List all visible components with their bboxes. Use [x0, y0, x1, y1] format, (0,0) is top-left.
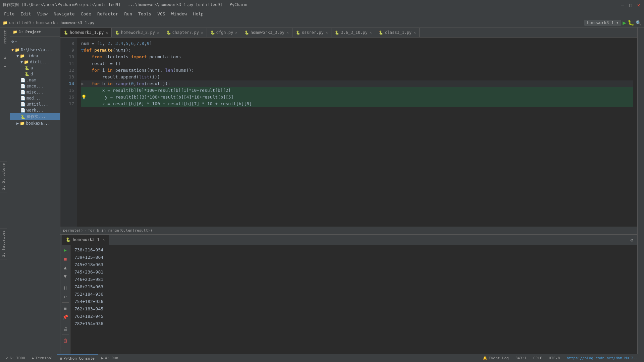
tree-dicti[interactable]: ▼📁dicti... [10, 59, 60, 65]
tab-close-4[interactable]: ✕ [235, 31, 237, 35]
breadcrumb: 📁 untitled9 › homework › homework3_1.py [3, 20, 94, 25]
url-btn[interactable]: https://blog.csdn.net/Nam_Mu_2... [565, 356, 641, 360]
run-stop-btn[interactable]: ■ [62, 255, 69, 262]
tab-close-3[interactable]: ✕ [201, 31, 203, 35]
menu-edit[interactable]: Edit [18, 11, 34, 17]
menu-refactor[interactable]: Refactor [95, 11, 121, 17]
toolbar-icon-2[interactable]: − [14, 39, 17, 44]
tab-close-7[interactable]: ✕ [370, 31, 372, 35]
run-pin-btn[interactable]: 📌 [62, 313, 69, 321]
project-panel-header: 📁 1: Project [10, 27, 60, 37]
run-print-btn[interactable]: 🖨 [62, 325, 69, 333]
menu-window[interactable]: Window [169, 11, 190, 17]
event-log-btn[interactable]: 🔔 Event Log [481, 356, 510, 360]
menu-code[interactable]: Code [78, 11, 94, 17]
tab-homework3-3[interactable]: 🐍 homework3_3.py ✕ [241, 28, 292, 37]
tab-icon-7: 🐍 [335, 31, 339, 35]
tab-dfgn[interactable]: 🐍 dfgn.py ✕ [207, 28, 241, 37]
run-button[interactable]: ▶ [623, 19, 626, 26]
maximize-button[interactable]: □ [628, 2, 633, 8]
todo-tab[interactable]: ✓ 6: TODO [3, 354, 29, 362]
menu-bar: File Edit View Navigate Code Refactor Ru… [0, 10, 644, 18]
run-up-btn[interactable]: ▲ [62, 264, 69, 271]
tree-misc[interactable]: 📄misc... [10, 89, 60, 95]
divider-2 [62, 302, 69, 303]
run-rerun-btn[interactable]: ↩ [62, 293, 69, 300]
breadcrumb-func[interactable]: permute() [63, 228, 83, 233]
run-stack-btn[interactable]: ≡ [62, 305, 69, 312]
tab-close-2[interactable]: ✕ [157, 31, 159, 35]
tab-class3-1[interactable]: 🐍 class3_1.py ✕ [375, 28, 419, 37]
sidebar-icon-2[interactable]: − [1, 62, 9, 70]
run-play-btn[interactable]: ▶ [62, 246, 69, 254]
position-btn[interactable]: 343:1 [514, 356, 528, 360]
menu-vcs[interactable]: VCS [155, 11, 168, 17]
tab-chapter7[interactable]: 🐍 chapter7.py ✕ [163, 28, 207, 37]
todo-icon: ✓ [6, 356, 8, 360]
menu-run[interactable]: Run [122, 11, 135, 17]
close-button[interactable]: ✕ [636, 2, 641, 8]
settings-icon[interactable]: ⚙ [631, 237, 633, 243]
breadcrumb-folder[interactable]: homework [36, 20, 55, 25]
tab-sssrer[interactable]: 🐍 sssrer.py ✕ [292, 28, 332, 37]
bottom-status-tabs: ✓ 6: TODO ▶ Terminal ⊞ Python Console ▶ … [3, 354, 121, 362]
menu-tools[interactable]: Tools [136, 11, 154, 17]
menu-navigate[interactable]: Navigate [51, 11, 77, 17]
toolbar-icon-1[interactable]: ⚙ [11, 39, 14, 44]
encoding-btn[interactable]: UTF-8 [547, 356, 561, 360]
favorites-tab[interactable]: 2: Favorites [0, 228, 7, 259]
tab-icon-2: 🐍 [115, 31, 120, 35]
tree-nam[interactable]: 📄.nam [10, 77, 60, 83]
output-line-7: 752+184=936 [74, 291, 633, 298]
event-log-icon: 🔔 [483, 356, 487, 360]
tab-homework3-1[interactable]: 🐍 homework3_1.py ✕ [60, 28, 112, 37]
tab-close-1[interactable]: ✕ [106, 31, 108, 35]
tree-caozuo[interactable]: 🐍操作实... [10, 113, 60, 120]
project-icon: 📁 [13, 30, 17, 34]
tree-bookexa[interactable]: ▶📁bookexa... [10, 120, 60, 126]
tree-enco[interactable]: 📄enco... [10, 83, 60, 89]
code-line-14: ▷ for b in range(0,len(result)): [81, 80, 633, 87]
tree-mod[interactable]: 📄mod... [10, 95, 60, 101]
run-down-btn[interactable]: ▼ [62, 273, 69, 280]
line-ending-btn[interactable]: CRLF [532, 356, 544, 360]
tree-work[interactable]: 📄work... [10, 107, 60, 113]
status-right: 🔔 Event Log 343:1 CRLF UTF-8 https://blo… [481, 356, 641, 360]
tree-a[interactable]: 🐍a [10, 65, 60, 71]
output-line-3: 745+218=963 [74, 261, 633, 268]
minimize-button[interactable]: ─ [620, 2, 625, 8]
structure-tab[interactable]: 2: Structure [0, 161, 7, 192]
tree-idea[interactable]: ▼📁.idea [10, 53, 60, 59]
tree-root[interactable]: ▼📁D:\Users\a... [10, 47, 60, 53]
run-pause-btn[interactable]: ⏸ [62, 284, 69, 292]
tab-label-7: 3.6_3_10.py [341, 30, 367, 35]
tab-close-6[interactable]: ✕ [326, 31, 328, 35]
run-trash-btn[interactable]: 🗑 [62, 337, 69, 344]
search-button[interactable]: 🔍 [636, 20, 641, 25]
terminal-tab[interactable]: ▶ Terminal [29, 354, 57, 362]
tab-close-8[interactable]: ✕ [414, 31, 416, 35]
menu-file[interactable]: File [1, 11, 17, 17]
tab-3610[interactable]: 🐍 3.6_3_10.py ✕ [331, 28, 375, 37]
tab-close-5[interactable]: ✕ [286, 31, 289, 35]
run-tab-bottom[interactable]: ▶ 4: Run [98, 354, 121, 362]
menu-help[interactable]: Help [191, 11, 206, 17]
run-tab[interactable]: 🐍 homework3_1 ✕ [62, 235, 109, 245]
run-config-name[interactable]: homework3_1 ▾ [584, 20, 621, 26]
code-editor[interactable]: 8 9 10 11 12 13 14 15 16 17 num = [1, 2,… [60, 38, 637, 227]
menu-view[interactable]: View [35, 11, 50, 17]
run-tab-close[interactable]: ✕ [103, 238, 105, 241]
debug-button[interactable]: 🐛 [628, 19, 634, 26]
event-log-label: Event Log [489, 356, 509, 360]
breadcrumb-project[interactable]: untitled9 [9, 20, 31, 25]
sidebar-icon-1[interactable]: ⚙ [1, 54, 9, 62]
python-console-tab[interactable]: ⊞ Python Console [57, 354, 98, 362]
code-content[interactable]: num = [1, 2, 3,4,5,6,7,8,9] ▽def permute… [77, 38, 637, 227]
tree-untit[interactable]: 📄untitl... [10, 101, 60, 107]
tab-homework3-2[interactable]: 🐍 homework3_2.py ✕ [112, 28, 163, 37]
status-left: ✓ 6: TODO ▶ Terminal ⊞ Python Console ▶ … [3, 354, 121, 362]
sidebar-project-icon[interactable]: Project [2, 29, 8, 46]
tree-d[interactable]: 🐍d [10, 71, 60, 77]
breadcrumb-for[interactable]: for b in range(0,len(result)) [88, 228, 152, 233]
breadcrumb-file[interactable]: homework3_1.py [60, 20, 94, 25]
